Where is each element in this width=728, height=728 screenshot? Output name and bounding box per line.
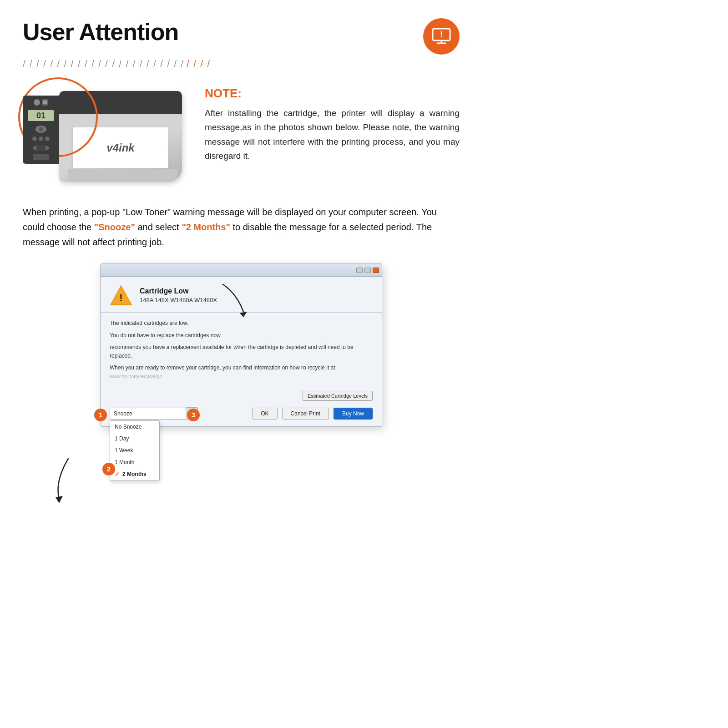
snooze-option-1week[interactable]: 1 Week <box>110 445 159 456</box>
dialog-body: The indicated cartridges are low. You do… <box>101 313 382 391</box>
cp-round-btn <box>33 145 49 151</box>
snooze-option-no-snooze[interactable]: No Snooze <box>110 421 159 433</box>
monitor-alert-icon: ! <box>431 26 452 47</box>
snooze-option-2months[interactable]: ✓ 2 Months <box>110 468 159 480</box>
close-button[interactable] <box>373 268 379 273</box>
snooze-highlight: "Snooze" <box>94 222 135 232</box>
alert-icon-circle: ! <box>423 18 460 55</box>
dialog-line1: The indicated cartridges are low. <box>110 319 373 328</box>
cp-power-icon <box>34 99 40 106</box>
blurred-url: www.hp.com/recycle/go <box>110 374 162 379</box>
svg-text:!: ! <box>440 30 443 39</box>
dialog-wrapper: ! Cartridge Low 148A 148X W1480A W1480X … <box>23 263 460 427</box>
dialog-footer: 1 ▼ No Snooze 1 Day 1 Week <box>101 404 382 426</box>
badge-3: 3 <box>187 409 200 421</box>
dialog-line2: You do not have to replace the cartridge… <box>110 331 373 340</box>
check-mark-icon: ✓ <box>115 471 120 478</box>
dialog-titlebar <box>101 264 382 277</box>
control-panel: 01 <box>23 96 59 164</box>
body-text-part3: and select <box>135 222 182 232</box>
cp-circle-icon <box>35 126 46 132</box>
badge-1: 1 <box>94 409 107 421</box>
cp-icon-row <box>32 136 50 141</box>
buy-now-button[interactable]: Buy Now <box>334 408 373 420</box>
page-title: User Attention <box>23 18 178 46</box>
snooze-input[interactable] <box>110 408 186 420</box>
printer-output-tray <box>68 169 177 182</box>
slash-orange: / / / / <box>187 59 211 68</box>
dialog-box: ! Cartridge Low 148A 148X W1480A W1480X … <box>100 263 382 427</box>
dialog-title-area: Cartridge Low 148A 148X W1480A W1480X <box>140 287 217 303</box>
page-header: User Attention ! <box>23 18 460 55</box>
body-paragraph: When printing, a pop-up "Low Toner" warn… <box>23 205 460 250</box>
dialog-line4: When you are ready to remove your cartri… <box>110 364 373 380</box>
months-highlight: "2 Months" <box>182 222 230 232</box>
dialog-subtitle: 148A 148X W1480A W1480X <box>140 297 217 303</box>
estimated-cartridge-levels-button[interactable]: Estimated Cartridge Levels <box>303 391 373 401</box>
cp-doc-icon <box>42 99 48 106</box>
snooze-wrapper: ▼ No Snooze 1 Day 1 Week 1 Month <box>110 407 198 420</box>
snooze-option-1day[interactable]: 1 Day <box>110 433 159 445</box>
printer-image-area: 01 v4ink <box>23 82 187 182</box>
snooze-dropdown: No Snooze 1 Day 1 Week 1 Month ✓ 2 Month… <box>110 420 160 481</box>
dialog-line3: recommends you have a replacement availa… <box>110 343 373 360</box>
dialog-header: ! Cartridge Low 148A 148X W1480A W1480X <box>101 277 382 313</box>
svg-text:!: ! <box>119 292 122 303</box>
restore-button[interactable] <box>364 268 371 273</box>
dialog-footer-top: Estimated Cartridge Levels <box>101 391 382 404</box>
cancel-print-button[interactable]: Cancel Print <box>282 408 329 420</box>
note-text: After installing the cartridge, the prin… <box>205 106 460 163</box>
slash-gray: / / / / / / / / / / / / / / / / / / / / … <box>23 59 184 68</box>
top-section: 01 v4ink NOTE: After inst <box>23 82 460 182</box>
minimize-button[interactable] <box>356 268 363 273</box>
badge-2: 2 <box>102 463 115 475</box>
control-panel-screen: 01 <box>28 110 54 121</box>
ok-button[interactable]: OK <box>252 408 277 420</box>
dialog-title: Cartridge Low <box>140 287 217 295</box>
note-section: NOTE: After installing the cartridge, th… <box>205 82 460 163</box>
warning-triangle-icon: ! <box>110 284 132 307</box>
svg-marker-6 <box>56 496 63 503</box>
arrow-to-dropdown <box>50 459 86 504</box>
cp-rect-btn <box>33 154 49 160</box>
cp-top-icons <box>34 99 48 106</box>
diagonal-divider: / / / / / / / / / / / / / / / / / / / / … <box>23 59 460 68</box>
note-label: NOTE: <box>205 86 460 101</box>
snooze-option-1month[interactable]: 1 Month <box>110 456 159 468</box>
